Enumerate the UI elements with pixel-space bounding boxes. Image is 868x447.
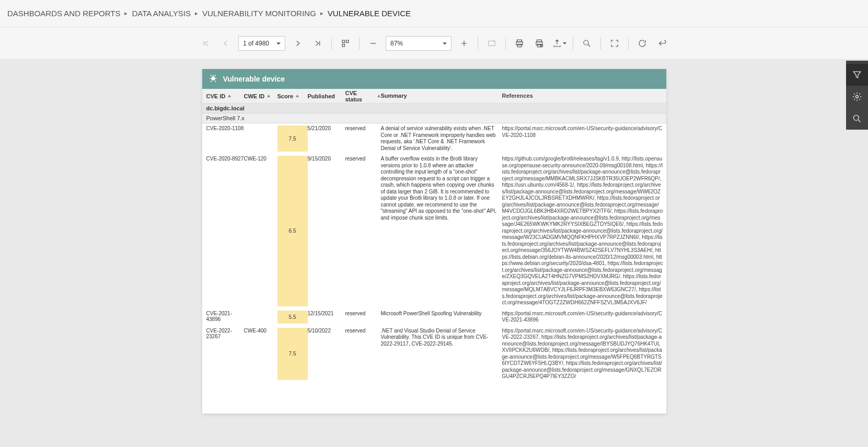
report-page: Vulnerable device CVE ID CWE ID Score Pu… [202, 69, 666, 414]
report-workspace: Vulnerable device CVE ID CWE ID Score Pu… [0, 60, 868, 430]
svg-rect-0 [342, 40, 345, 43]
breadcrumb-item[interactable]: DASHBOARDS AND REPORTS [7, 9, 120, 18]
column-header-cwe[interactable]: CWE ID [244, 93, 277, 99]
column-header-status[interactable]: CVE status [345, 90, 381, 102]
cell-status: reserved [345, 125, 381, 152]
zoom-selector[interactable]: 87% [386, 36, 452, 51]
refresh-button[interactable] [633, 34, 652, 53]
table-row: CVE-2021-438965.512/15/2021reservedMicro… [202, 308, 666, 326]
cell-score: 7.5 [277, 328, 308, 380]
table-row: CVE-2020-11087.55/21/2020reservedA denia… [202, 123, 666, 154]
cell-summary: A buffer overflow exists in the Brotli l… [381, 156, 502, 306]
cell-status: reserved [345, 328, 381, 380]
fullscreen-button[interactable] [605, 34, 624, 53]
cell-published: 5/10/2022 [308, 328, 345, 380]
cell-published: 9/15/2020 [308, 156, 345, 306]
report-header: Vulnerable device [202, 69, 666, 89]
svg-point-11 [584, 40, 588, 45]
cell-cwe [244, 311, 277, 324]
svg-rect-3 [489, 41, 495, 45]
search-button[interactable] [577, 34, 596, 53]
group-row-product: PowerShell 7.x [202, 113, 666, 123]
cell-references: https://portal.msrc.microsoft.com/en-US/… [502, 125, 663, 152]
export-button[interactable] [550, 34, 569, 53]
sort-asc-icon [377, 93, 381, 99]
svg-rect-1 [346, 40, 349, 43]
svg-point-14 [853, 115, 859, 120]
zoom-label: 87% [390, 40, 403, 47]
cell-status: reserved [345, 156, 381, 306]
report-toolbar: 1 of 4980 87% [0, 27, 868, 60]
svg-rect-6 [517, 44, 522, 47]
breadcrumb-item[interactable]: DATA ANALYSIS [132, 9, 191, 18]
cell-published: 5/21/2020 [308, 125, 345, 152]
sort-asc-icon [267, 93, 271, 99]
bug-icon [209, 74, 218, 85]
cell-summary: Microsoft PowerShell Spoofing Vulnerabil… [381, 311, 502, 324]
search-panel-button[interactable] [846, 108, 868, 130]
cell-cwe: CWE-400 [244, 328, 277, 380]
cell-score: 7.5 [277, 125, 308, 152]
sort-asc-icon [227, 93, 232, 99]
column-header-summary[interactable]: Summary [381, 93, 502, 100]
svg-rect-2 [342, 44, 345, 47]
cell-references: https://github.com/google/brotli/release… [502, 156, 663, 306]
table-row: CVE-2022-23267CWE-4007.55/10/2022reserve… [202, 326, 666, 382]
cell-summary: .NET and Visual Studio Denial of Service… [381, 328, 502, 380]
sort-asc-icon [295, 93, 299, 99]
cell-cwe [244, 125, 277, 152]
cell-cve: CVE-2022-23267 [204, 328, 244, 380]
cell-published: 12/15/2021 [308, 311, 345, 324]
print-button[interactable] [510, 34, 529, 53]
cell-cve: CVE-2020-8927 [204, 156, 244, 306]
cell-cve: CVE-2020-1108 [204, 125, 244, 152]
column-header-row: CVE ID CWE ID Score Published CVE status… [202, 89, 666, 104]
breadcrumb: DASHBOARDS AND REPORTS ▸ DATA ANALYSIS ▸… [0, 0, 868, 27]
column-header-cve[interactable]: CVE ID [204, 93, 244, 99]
chevron-right-icon: ▸ [320, 10, 323, 17]
table-row: CVE-2020-8927CWE-1206.59/15/2020reserved… [202, 154, 666, 308]
column-header-references[interactable]: References [502, 93, 663, 100]
cell-status: reserved [345, 311, 381, 324]
print-page-button[interactable] [530, 34, 549, 53]
cell-score: 5.5 [277, 311, 308, 324]
svg-point-12 [211, 76, 215, 81]
cell-cwe: CWE-120 [244, 156, 277, 306]
zoom-in-button[interactable] [455, 34, 473, 53]
cell-references: https://portal.msrc.microsoft.com/en-US/… [502, 328, 663, 380]
last-page-button[interactable] [308, 34, 327, 53]
column-header-score[interactable]: Score [277, 93, 308, 99]
svg-point-13 [856, 96, 859, 98]
cell-cve: CVE-2021-43896 [204, 311, 244, 324]
chevron-right-icon: ▸ [124, 10, 128, 17]
settings-panel-button[interactable] [846, 86, 868, 108]
page-selector[interactable]: 1 of 4980 [238, 36, 285, 51]
caret-down-icon [276, 40, 281, 47]
prev-page-button[interactable] [216, 34, 235, 53]
caret-down-icon [443, 40, 447, 47]
group-row-host: dc.bigdc.local [202, 104, 666, 113]
breadcrumb-current: VULNERABLE DEVICE [328, 9, 411, 18]
data-body: CVE-2020-11087.55/21/2020reservedA denia… [202, 123, 666, 414]
cell-score: 6.5 [277, 156, 308, 306]
cell-references: https://portal.msrc.microsoft.com/en-US/… [502, 311, 663, 324]
zoom-out-button[interactable] [364, 34, 383, 53]
column-header-published[interactable]: Published [308, 93, 345, 99]
chevron-right-icon: ▸ [195, 10, 198, 17]
first-page-button[interactable] [196, 34, 215, 53]
report-title: Vulnerable device [223, 75, 285, 83]
filter-panel-button[interactable] [846, 64, 868, 86]
page-label: 1 of 4980 [243, 40, 269, 47]
back-button[interactable] [653, 34, 672, 53]
multipage-view-button[interactable] [336, 34, 355, 53]
breadcrumb-item[interactable]: VULNERABILITY MONITORING [202, 9, 316, 18]
highlight-fields-button[interactable] [482, 34, 501, 53]
side-rail [846, 61, 868, 130]
next-page-button[interactable] [288, 34, 307, 53]
cell-summary: A denial of service vulnerability exists… [381, 125, 502, 152]
